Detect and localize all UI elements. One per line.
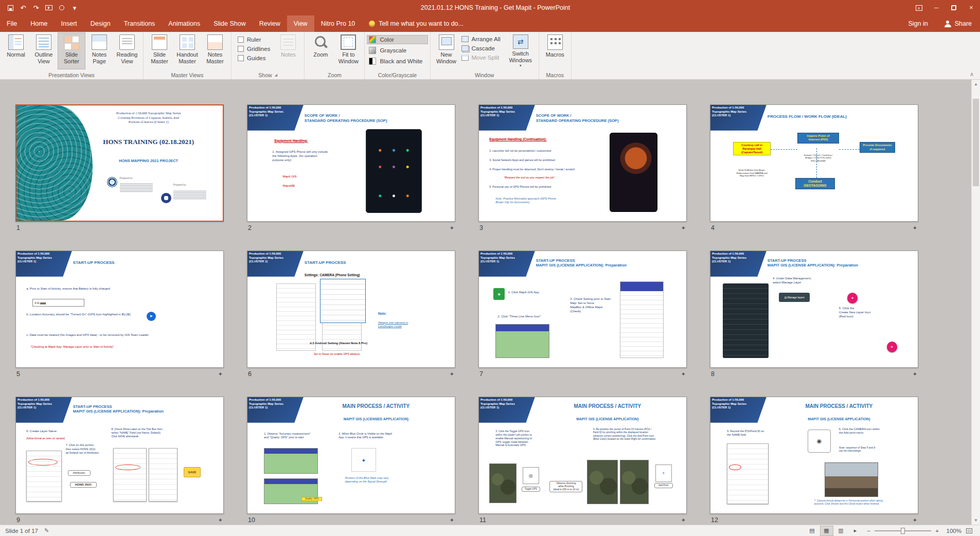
zoom-percentage[interactable]: 100% bbox=[944, 528, 961, 534]
tab-insert[interactable]: Insert bbox=[55, 15, 84, 32]
scroll-down-icon[interactable]: ▼ bbox=[972, 516, 980, 525]
slide-sorter-button[interactable]: Slide Sorter bbox=[58, 32, 85, 69]
scrollbar-track[interactable] bbox=[972, 88, 980, 516]
fit-to-window-button[interactable]: Fit to Window bbox=[334, 32, 362, 69]
share-button[interactable]: Share bbox=[936, 15, 980, 32]
presentation-glyph bbox=[45, 5, 52, 10]
sign-in-link[interactable]: Sign in bbox=[900, 15, 936, 32]
status-reading-view-button[interactable]: ▥ bbox=[834, 526, 848, 536]
status-slide-sorter-button[interactable]: ▦ bbox=[820, 526, 833, 536]
cascade-label: Cascade bbox=[472, 45, 495, 51]
watermark-panel bbox=[320, 279, 366, 323]
close-button[interactable]: × bbox=[963, 0, 980, 15]
redo-icon[interactable]: ↷ bbox=[30, 2, 42, 14]
scrollbar-thumb[interactable] bbox=[973, 99, 979, 186]
prepared-by-label: Prepared by: bbox=[173, 184, 215, 187]
grayscale-button[interactable]: Grayscale bbox=[367, 46, 427, 55]
restore-button[interactable] bbox=[945, 0, 963, 15]
slide-thumbnail-12[interactable]: Production of 1:50,000Topographic Map Se… bbox=[710, 397, 918, 514]
slide-text: 2. Click "Three Line Menu Icon" bbox=[497, 315, 564, 319]
guides-checkbox[interactable]: Guides bbox=[238, 55, 270, 61]
slide-badge: Production of 1:50,000Topographic Map Se… bbox=[479, 397, 535, 423]
slide-thumbnail-4[interactable]: Production of 1:50,000Topographic Map Se… bbox=[710, 104, 918, 222]
zoom-button[interactable]: Zoom bbox=[307, 32, 334, 69]
slide-cell-11: Production of 1:50,000Topographic Map Se… bbox=[478, 397, 687, 524]
slide-thumbnail-2[interactable]: Production of 1:50,000Topographic Map Se… bbox=[247, 104, 455, 222]
gridlines-label: Gridlines bbox=[247, 46, 270, 52]
collapse-ribbon-icon[interactable]: ∧ bbox=[970, 71, 974, 78]
arrange-all-label: Arrange All bbox=[472, 36, 501, 42]
show-dialog-launcher-icon[interactable]: ◢ bbox=[275, 73, 277, 77]
tell-me-box[interactable]: Tell me what you want to do... bbox=[369, 15, 464, 32]
slide-thumbnail-9[interactable]: Production of 1:50,000Topographic Map Se… bbox=[15, 397, 224, 514]
minimize-button[interactable]: ─ bbox=[928, 0, 945, 15]
zoom-icon bbox=[313, 34, 328, 50]
normal-view-button[interactable]: Normal bbox=[2, 32, 30, 69]
group-color-grayscale: Color Grayscale Black and White Color/Gr… bbox=[365, 32, 430, 79]
slide-thumbnail-6[interactable]: Production of 1:50,000Topographic Map Se… bbox=[247, 251, 455, 368]
tab-nitro-pro-10[interactable]: Nitro Pro 10 bbox=[314, 15, 362, 32]
notes-pencil-icon[interactable]: ✎ bbox=[44, 527, 49, 534]
menu-screenshot bbox=[723, 283, 769, 358]
handout-master-button[interactable]: Handout Master bbox=[173, 32, 201, 69]
zoom-slider[interactable] bbox=[875, 530, 931, 531]
tab-home[interactable]: Home bbox=[24, 15, 54, 32]
zoom-slider-thumb[interactable] bbox=[901, 528, 905, 534]
slide-number: 9 bbox=[16, 516, 20, 524]
tab-file[interactable]: File bbox=[0, 15, 24, 32]
fit-slide-to-window-button[interactable] bbox=[963, 526, 976, 536]
tab-review[interactable]: Review bbox=[253, 15, 287, 32]
ribbon-display-options-icon[interactable]: ∧ bbox=[910, 0, 928, 15]
slide-thumbnail-1[interactable]: Production of 1:50,000 Topographic Map S… bbox=[15, 104, 224, 222]
slide-subtitle: MAPIT GIS (LICENSE APPLICATION) bbox=[533, 417, 682, 421]
touch-mode-icon[interactable] bbox=[56, 2, 68, 14]
reading-view-icon bbox=[119, 34, 135, 50]
save-icon[interactable] bbox=[4, 2, 16, 14]
slide-text: 2. Launcher will not be personalized / c… bbox=[489, 149, 603, 153]
start-from-beginning-icon[interactable] bbox=[43, 2, 55, 14]
vertical-scrollbar[interactable]: ▲ ▼ bbox=[971, 80, 980, 525]
slide-cell-5: Production of 1:50,000Topographic Map Se… bbox=[15, 251, 224, 378]
slide-badge: Production of 1:50,000Topographic Map Se… bbox=[247, 251, 304, 277]
macros-button[interactable]: Macros bbox=[541, 32, 569, 69]
slide-thumbnail-7[interactable]: Production of 1:50,000Topographic Map Se… bbox=[478, 251, 687, 368]
cascade-button[interactable]: Cascade bbox=[460, 45, 505, 52]
scroll-up-icon[interactable]: ▲ bbox=[972, 80, 980, 88]
arrange-all-button[interactable]: Arrange All bbox=[460, 35, 505, 43]
tab-view[interactable]: View bbox=[287, 15, 314, 32]
black-and-white-button[interactable]: Black and White bbox=[367, 57, 427, 66]
slide-text: MapIt GIS bbox=[283, 175, 335, 179]
tab-animations[interactable]: Animations bbox=[162, 15, 207, 32]
move-split-button: Move Split bbox=[460, 54, 505, 61]
undo-icon[interactable]: ↶ bbox=[17, 2, 29, 14]
slide-thumbnail-11[interactable]: Production of 1:50,000Topographic Map Se… bbox=[478, 397, 687, 514]
qat-customize-icon[interactable]: ▾ bbox=[68, 2, 81, 14]
notes-page-button[interactable]: Notes Page bbox=[85, 32, 113, 69]
slide-thumbnail-3[interactable]: Production of 1:50,000Topographic Map Se… bbox=[478, 104, 687, 222]
new-window-button[interactable]: New Window bbox=[433, 32, 460, 69]
flow-connector bbox=[816, 148, 817, 178]
cover-title: HONS TRAINING (02.18.2021) bbox=[78, 138, 219, 147]
tab-design[interactable]: Design bbox=[84, 15, 117, 32]
show-checkboxes: Ruler Gridlines Guides bbox=[234, 32, 274, 61]
gridlines-checkbox[interactable]: Gridlines bbox=[238, 46, 270, 52]
zoom-in-button[interactable]: + bbox=[935, 528, 939, 534]
fit-slide-glyph bbox=[966, 528, 972, 533]
tab-slide-show[interactable]: Slide Show bbox=[207, 15, 253, 32]
switch-windows-button[interactable]: ⇄ Switch Windows ▾ bbox=[505, 32, 537, 69]
notes-master-button[interactable]: Notes Master bbox=[201, 32, 229, 69]
color-button[interactable]: Color bbox=[367, 35, 427, 44]
slide-master-button[interactable]: Slide Master bbox=[146, 32, 173, 69]
zoom-out-button[interactable]: − bbox=[867, 528, 871, 534]
slide-thumbnail-10[interactable]: Production of 1:50,000Topographic Map Se… bbox=[247, 397, 455, 514]
status-slideshow-button[interactable]: ▸ bbox=[849, 526, 862, 536]
status-normal-view-button[interactable]: ▤ bbox=[806, 526, 819, 536]
slide-text: b. Location Accuracy should be "Turned O… bbox=[26, 313, 140, 317]
slide-thumbnail-5[interactable]: Production of 1:50,000Topographic Map Se… bbox=[15, 251, 224, 368]
tab-transitions[interactable]: Transitions bbox=[117, 15, 162, 32]
ruler-checkbox[interactable]: Ruler bbox=[238, 37, 270, 43]
blue-circle-image: ● bbox=[351, 448, 376, 471]
reading-view-button[interactable]: Reading View bbox=[113, 32, 141, 69]
outline-view-button[interactable]: Outline View bbox=[30, 32, 58, 69]
slide-thumbnail-8[interactable]: Production of 1:50,000Topographic Map Se… bbox=[710, 251, 918, 368]
